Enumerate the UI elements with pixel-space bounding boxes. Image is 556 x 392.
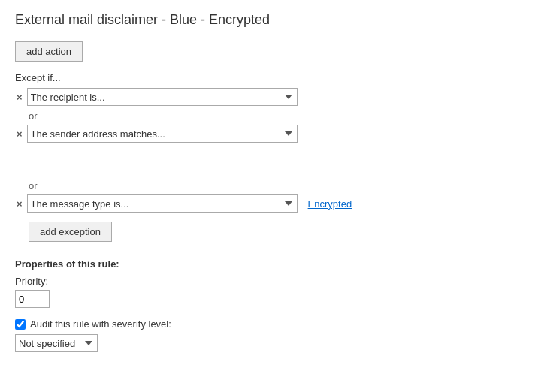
- condition-row-sender: × The recipient is... The sender address…: [15, 125, 541, 143]
- remove-condition-message-type[interactable]: ×: [15, 198, 24, 210]
- condition-select-message-type[interactable]: The message type is... Encrypted Signed: [27, 194, 298, 213]
- add-action-button[interactable]: add action: [15, 41, 83, 62]
- severity-select[interactable]: Not specified Low Medium High: [15, 334, 98, 352]
- audit-checkbox[interactable]: [15, 319, 26, 330]
- condition-select-sender[interactable]: The recipient is... The sender address m…: [27, 125, 298, 143]
- page-title: External mail disclaimer - Blue - Encryp…: [15, 12, 541, 28]
- remove-condition-sender[interactable]: ×: [15, 128, 24, 140]
- properties-section: Properties of this rule: Priority: Audit…: [15, 258, 541, 352]
- encrypted-link[interactable]: Encrypted: [308, 198, 352, 210]
- condition-row-recipient: × The recipient is... The sender address…: [15, 88, 541, 106]
- priority-input[interactable]: [15, 290, 50, 308]
- priority-label: Priority:: [15, 276, 541, 287]
- or-label-1: or: [15, 110, 541, 122]
- except-if-label: Except if...: [15, 72, 541, 83]
- remove-condition-recipient[interactable]: ×: [15, 92, 24, 103]
- except-section: Except if... × The recipient is... The s…: [15, 72, 541, 242]
- audit-row: Audit this rule with severity level:: [15, 318, 541, 330]
- audit-label: Audit this rule with severity level:: [30, 318, 171, 330]
- condition-select-recipient[interactable]: The recipient is... The sender address m…: [27, 88, 298, 106]
- condition-row-message-type: × The message type is... Encrypted Signe…: [15, 194, 541, 213]
- add-exception-button[interactable]: add exception: [29, 222, 112, 242]
- properties-title: Properties of this rule:: [15, 258, 541, 270]
- or-label-2: or: [15, 180, 541, 191]
